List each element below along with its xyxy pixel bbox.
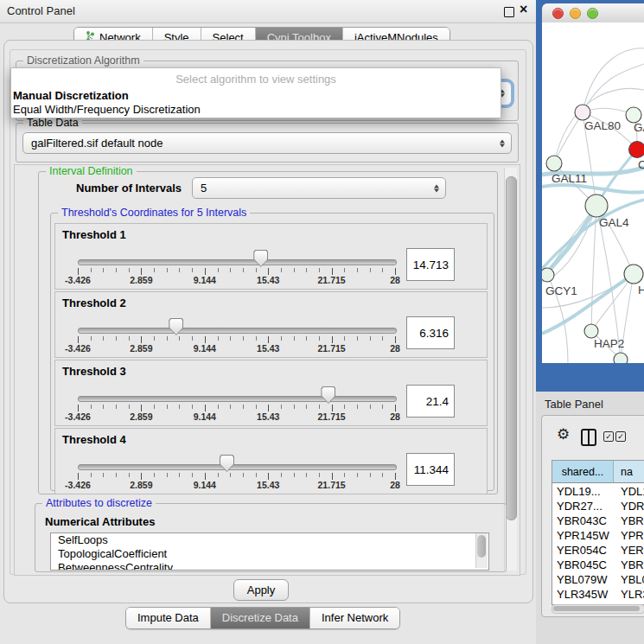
apply-button[interactable]: Apply	[233, 579, 289, 601]
network-canvas[interactable]: GAL80 GA GAL11 GAL4 GCY1 H HAP2 C	[542, 22, 644, 363]
cell-name[interactable]: YPR1	[614, 528, 644, 543]
tick-label: 28	[390, 480, 400, 490]
tick-mark	[243, 336, 244, 341]
cell-shared-name[interactable]: YDL19...	[552, 484, 614, 499]
threshold-value-field[interactable]: 6.316	[406, 316, 455, 349]
slider-thumb[interactable]	[220, 455, 234, 472]
tick-mark	[370, 268, 371, 272]
attribute-list-item[interactable]: SelfLoops	[51, 533, 488, 547]
table-row[interactable]: YPR145WYPR1	[552, 528, 644, 543]
cell-shared-name[interactable]: YLR345W	[552, 587, 614, 602]
number-of-intervals-combobox[interactable]: 5	[192, 177, 446, 199]
tick-label: 9.144	[194, 343, 216, 354]
node-hap2[interactable]	[584, 324, 598, 338]
checkbox-icon[interactable]: ✓	[603, 431, 614, 442]
cell-name[interactable]: YER0	[614, 543, 644, 558]
threshold-value-field[interactable]: 21.4	[406, 385, 455, 418]
cell-name[interactable]: YBR0	[614, 558, 644, 572]
tick-mark	[281, 336, 282, 341]
tick-mark	[154, 473, 155, 477]
tick-mark	[103, 268, 104, 272]
cell-name[interactable]: YBR0	[614, 513, 644, 528]
threshold-value-field[interactable]: 11.344	[406, 453, 455, 486]
node-red[interactable]	[629, 142, 644, 158]
column-header-name[interactable]: na	[614, 461, 644, 483]
tab-impute-data[interactable]: Impute Data	[126, 608, 211, 628]
cell-name[interactable]: YLR3	[614, 587, 644, 602]
node-gcy1[interactable]	[542, 268, 554, 282]
attributes-scrollbar-thumb[interactable]	[477, 535, 486, 558]
slider-thumb[interactable]	[253, 250, 268, 267]
threshold-value-field[interactable]: 14.713	[406, 248, 455, 281]
close-traffic-light-icon[interactable]	[552, 8, 564, 19]
dropdown-option-manual-discretization[interactable]: Manual Discretization	[13, 89, 129, 102]
float-window-icon[interactable]	[504, 7, 514, 17]
tick-mark	[294, 473, 295, 477]
table-row[interactable]: YBL079WYBL0	[552, 572, 644, 587]
table-row[interactable]: YBR045CYBR0	[552, 558, 644, 572]
tick-mark	[230, 405, 231, 409]
control-panel: Control Panel × NetworkStyleSelectCyni T…	[0, 0, 536, 644]
tick-mark	[382, 336, 383, 341]
node-gal80[interactable]	[575, 105, 590, 120]
cell-shared-name[interactable]: YPR145W	[552, 528, 614, 543]
tick-mark	[230, 473, 231, 477]
group-title: Attributes to discretize	[42, 497, 156, 509]
cell-name[interactable]: YDL1	[614, 484, 644, 499]
tick-label: -3.426	[65, 411, 91, 422]
checkbox-icon[interactable]: ✓	[615, 431, 626, 442]
slider-thumb[interactable]	[169, 318, 183, 335]
attribute-list-item[interactable]: TopologicalCoefficient	[51, 547, 488, 561]
node-gal4[interactable]	[585, 194, 608, 217]
close-icon[interactable]: ×	[520, 2, 527, 17]
column-header-shared-name[interactable]: shared...	[552, 461, 614, 483]
tab-discretize-data[interactable]: Discretize Data	[211, 608, 310, 628]
slider-track[interactable]	[78, 464, 397, 470]
tick-mark	[332, 473, 333, 480]
dropdown-placeholder: Select algorithm to view settings	[11, 73, 501, 86]
cell-name[interactable]: YDR2	[614, 499, 644, 513]
attribute-list-item[interactable]: BetweennessCentrality	[51, 561, 488, 571]
column-layout-icon[interactable]	[581, 429, 596, 446]
tick-mark	[243, 405, 244, 409]
tick-mark	[78, 405, 79, 411]
tick-mark	[103, 336, 104, 341]
zoom-traffic-light-icon[interactable]	[587, 8, 598, 19]
node-gal11[interactable]	[546, 156, 562, 171]
tick-label: 9.144	[194, 480, 216, 490]
table-data-combobox[interactable]: galFiltered.sif default node	[22, 132, 512, 154]
gear-icon[interactable]: ⚙	[557, 425, 570, 443]
tick-label: 21.715	[318, 275, 346, 285]
tick-mark	[382, 268, 383, 272]
table-row[interactable]: YLR345WYLR3	[552, 587, 644, 602]
table-row[interactable]: YDR27...YDR2	[552, 499, 644, 513]
node-partial-bottom[interactable]	[614, 353, 628, 363]
table-row[interactable]: YDL19...YDL1	[552, 484, 644, 499]
algorithm-dropdown-popup: Select algorithm to view settings Manual…	[10, 67, 501, 118]
table-row[interactable]: YBR043CYBR0	[552, 513, 644, 528]
slider-track[interactable]	[78, 328, 397, 334]
horizontal-scrollbar-thumb[interactable]	[553, 606, 640, 611]
tick-mark	[268, 405, 269, 411]
node-h[interactable]	[624, 265, 643, 284]
tick-mark	[230, 336, 231, 341]
slider-track[interactable]	[78, 259, 397, 265]
tick-mark	[91, 268, 92, 272]
cell-shared-name[interactable]: YDR27...	[552, 499, 614, 513]
tick-mark	[218, 473, 219, 477]
threshold-panel: Threshold 4-3.4262.8599.14415.4321.71528…	[54, 428, 488, 494]
tab-infer-network[interactable]: Infer Network	[310, 608, 399, 628]
vertical-scrollbar-thumb[interactable]	[506, 176, 517, 520]
slider-track[interactable]	[78, 396, 397, 402]
tab-label: Discretize Data	[222, 608, 298, 628]
dropdown-option-equal-width-frequency[interactable]: Equal Width/Frequency Discretization	[13, 103, 201, 116]
minimize-traffic-light-icon[interactable]	[570, 8, 581, 19]
cell-name[interactable]: YBL0	[614, 572, 644, 587]
cell-shared-name[interactable]: YBL079W	[552, 572, 614, 587]
cell-shared-name[interactable]: YBR043C	[552, 513, 614, 528]
cell-shared-name[interactable]: YER054C	[552, 543, 614, 558]
table-row[interactable]: YER054CYER0	[552, 543, 644, 558]
tick-label: 9.144	[194, 411, 216, 422]
slider-thumb[interactable]	[321, 386, 335, 404]
cell-shared-name[interactable]: YBR045C	[552, 558, 614, 572]
